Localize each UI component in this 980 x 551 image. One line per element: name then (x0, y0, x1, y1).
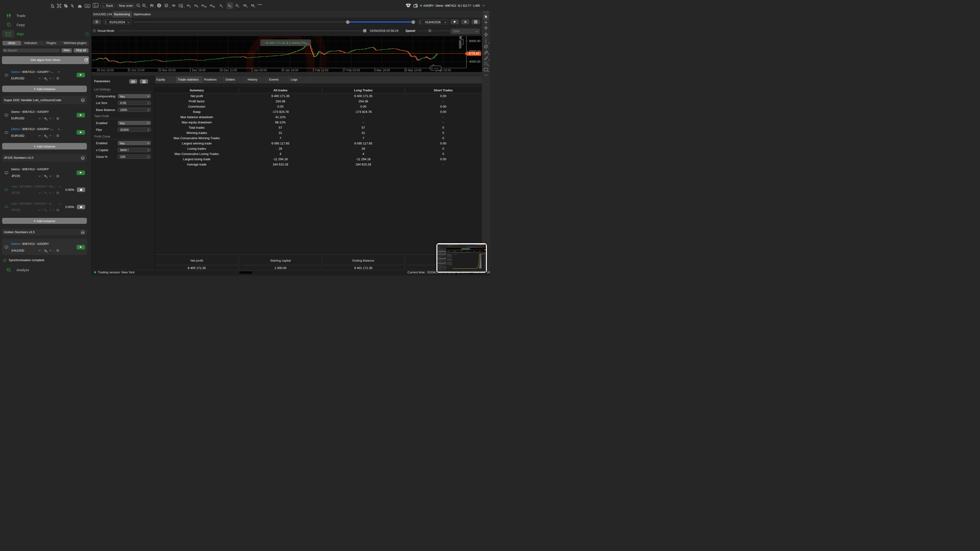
svg-text:3 Mar 19:00: 3 Mar 19:00 (374, 68, 390, 72)
svg-text:6000.00: 6000.00 (469, 39, 480, 43)
svg-text:1 Jan 03:00: 1 Jan 03:00 (251, 68, 267, 72)
svg-text:1 Dec 19:00: 1 Dec 19:00 (189, 68, 205, 72)
svg-text:16 Dec 11:00: 16 Dec 11:00 (220, 68, 237, 72)
svg-text:+9 400 171.35 $ (+940017%): +9 400 171.35 $ (+940017%) (265, 41, 307, 45)
svg-text:C#: C# (81, 157, 84, 159)
svg-text:31 Oct 10:00: 31 Oct 10:00 (127, 68, 145, 72)
svg-text:50000 pip: 50000 pip (459, 36, 462, 49)
svg-text:4000.00: 4000.00 (469, 60, 480, 64)
svg-text:16 Oct 18:00: 16 Oct 18:00 (97, 68, 114, 72)
svg-text:C#: C# (81, 231, 84, 233)
svg-text:15 Nov 03:00: 15 Nov 03:00 (158, 68, 176, 72)
svg-text:--:--: --:-- (434, 67, 439, 70)
svg-text:16 Jan 19:00: 16 Jan 19:00 (281, 68, 298, 72)
svg-text:EN: EN (86, 5, 89, 7)
svg-text:18 Mar 10:00: 18 Mar 10:00 (404, 68, 422, 72)
svg-text:C#: C# (81, 99, 84, 102)
svg-text:E: E (488, 52, 489, 54)
svg-text:2 Feb 11:00: 2 Feb 11:00 (313, 68, 328, 72)
svg-text:17 Feb 03:00: 17 Feb 03:00 (342, 68, 360, 72)
